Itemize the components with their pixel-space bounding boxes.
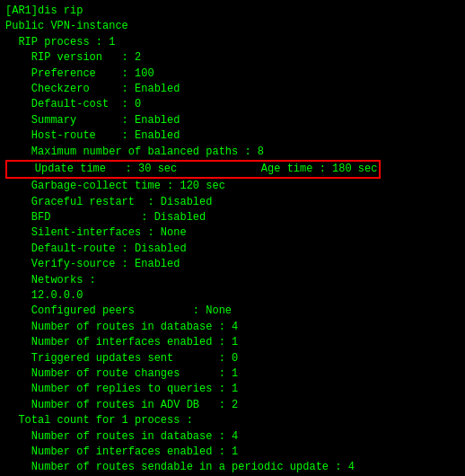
terminal-output: [AR1]dis ripPublic VPN-instance RIP proc… [5, 4, 460, 472]
terminal-line: Default-cost : 0 [5, 97, 460, 112]
terminal-line: Triggered updates sent : 0 [5, 351, 460, 366]
terminal-line: Checkzero : Enabled [5, 82, 460, 97]
terminal-line: Number of routes in database : 4 [5, 429, 460, 445]
terminal-line: Garbage-collect time : 120 sec [5, 179, 460, 194]
terminal-line: Update time : 30 sec Age time : 180 sec [5, 160, 460, 179]
terminal-line: Default-route : Disabled [5, 242, 460, 257]
terminal-line: Silent-interfaces : None [5, 225, 460, 241]
terminal-line: Public VPN-instance [5, 19, 460, 34]
terminal-line: Graceful restart : Disabled [5, 195, 460, 210]
terminal-line: RIP version : 2 [5, 50, 460, 66]
terminal-line: BFD : Disabled [5, 210, 460, 225]
terminal-line: Maximum number of balanced paths : 8 [5, 145, 460, 160]
terminal-line: RIP process : 1 [5, 35, 460, 50]
terminal-line: Number of routes sendable in a periodic … [5, 460, 460, 475]
terminal-line: 12.0.0.0 [5, 288, 460, 304]
terminal-line: Verify-source : Enabled [5, 257, 460, 272]
terminal-line: Host-route : Enabled [5, 128, 460, 144]
terminal-line: Number of replies to queries : 1 [5, 382, 460, 397]
terminal-line: Configured peers : None [5, 304, 460, 319]
terminal-line: Summary : Enabled [5, 113, 460, 128]
terminal-line: [AR1]dis rip [5, 4, 460, 19]
terminal-line: Number of interfaces enabled : 1 [5, 445, 460, 460]
terminal-line: Preference : 100 [5, 66, 460, 82]
terminal-line: Number of routes in database : 4 [5, 320, 460, 335]
terminal-line: Number of route changes : 1 [5, 366, 460, 382]
terminal-line: Networks : [5, 273, 460, 288]
terminal-line: Number of routes in ADV DB : 2 [5, 398, 460, 413]
terminal-line: Number of interfaces enabled : 1 [5, 335, 460, 350]
terminal-line: Total count for 1 process : [5, 413, 460, 428]
highlight-box: Update time : 30 sec Age time : 180 sec [5, 160, 381, 179]
